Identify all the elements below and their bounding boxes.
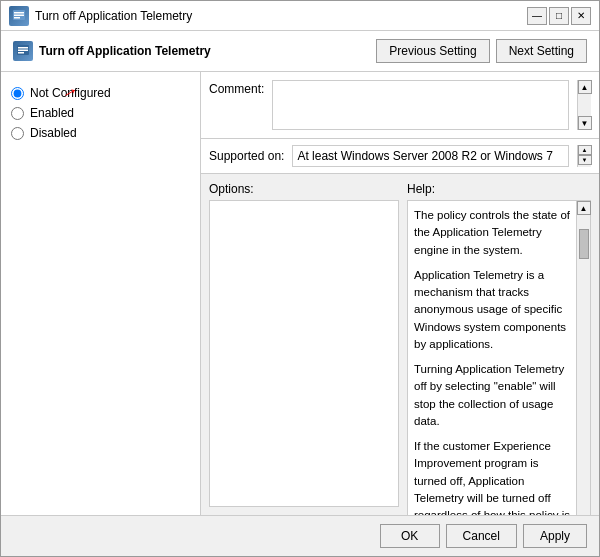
supported-value: At least Windows Server 2008 R2 or Windo… [292,145,569,167]
svg-rect-3 [14,17,20,19]
supported-section: Supported on: At least Windows Server 20… [201,139,599,174]
options-label: Options: [209,182,399,196]
apply-button[interactable]: Apply [523,524,587,548]
title-bar-icon [9,6,29,26]
radio-enabled-label: Enabled [30,106,74,120]
help-scrollbar-thumb[interactable] [579,229,589,259]
help-para-4: If the customer Experience Improvement p… [414,438,570,515]
radio-group: Not Configured Enabled Disabled [11,86,190,140]
policy-title: Turn off Application Telemetry [13,41,211,61]
help-panel: Help: The policy controls the state of t… [407,182,591,507]
radio-disabled-input[interactable] [11,127,24,140]
comment-section: Comment: ▲ ▼ [201,72,599,139]
help-para-3: Turning Application Telemetry off by sel… [414,361,570,430]
title-bar: Turn off Application Telemetry — □ ✕ [1,1,599,31]
cancel-button[interactable]: Cancel [446,524,517,548]
options-panel: Options: [209,182,399,507]
comment-textarea[interactable] [272,80,569,130]
main-window: Turn off Application Telemetry — □ ✕ Tur… [0,0,600,557]
radio-enabled-input[interactable] [11,107,24,120]
comment-scroll-down[interactable]: ▼ [578,116,592,130]
svg-rect-1 [14,12,24,14]
content-header: Turn off Application Telemetry Previous … [1,31,599,72]
supported-scroll-up[interactable]: ▲ [578,145,592,155]
help-para-1: The policy controls the state of the App… [414,207,570,259]
comment-label: Comment: [209,80,264,96]
comment-scroll-up[interactable]: ▲ [578,80,592,94]
help-content-wrapper: The policy controls the state of the App… [407,200,591,515]
help-para-2: Application Telemetry is a mechanism tha… [414,267,570,353]
policy-icon [13,41,33,61]
header-buttons: Previous Setting Next Setting [376,39,587,63]
svg-rect-6 [18,50,28,52]
radio-not-configured-input[interactable] [11,87,24,100]
ok-button[interactable]: OK [380,524,440,548]
supported-label: Supported on: [209,149,284,163]
policy-title-text: Turn off Application Telemetry [39,44,211,58]
title-bar-text: Turn off Application Telemetry [35,9,521,23]
help-scroll-up[interactable]: ▲ [577,201,591,215]
options-help-section: Options: Help: The policy controls the s… [201,174,599,515]
supported-scroll-down[interactable]: ▼ [578,155,592,165]
radio-enabled[interactable]: Enabled [11,106,190,120]
left-panel: → Not Configured Enabled Disabled [1,72,201,515]
right-panel: Comment: ▲ ▼ Supported on: At least Wind… [201,72,599,515]
help-scrollbar: ▲ ▼ [576,201,590,515]
minimize-button[interactable]: — [527,7,547,25]
previous-setting-button[interactable]: Previous Setting [376,39,489,63]
next-setting-button[interactable]: Next Setting [496,39,587,63]
maximize-button[interactable]: □ [549,7,569,25]
svg-rect-2 [14,14,24,16]
svg-rect-5 [18,47,28,49]
window-controls: — □ ✕ [527,7,591,25]
radio-not-configured[interactable]: Not Configured [11,86,190,100]
options-box [209,200,399,507]
comment-scrollbar: ▲ ▼ [577,80,591,130]
radio-disabled[interactable]: Disabled [11,126,190,140]
main-content: → Not Configured Enabled Disabled [1,72,599,515]
help-label: Help: [407,182,591,196]
svg-rect-7 [18,52,24,54]
supported-scrollbar: ▲ ▼ [577,145,591,167]
close-button[interactable]: ✕ [571,7,591,25]
footer: OK Cancel Apply [1,515,599,556]
radio-disabled-label: Disabled [30,126,77,140]
help-text: The policy controls the state of the App… [408,201,576,515]
